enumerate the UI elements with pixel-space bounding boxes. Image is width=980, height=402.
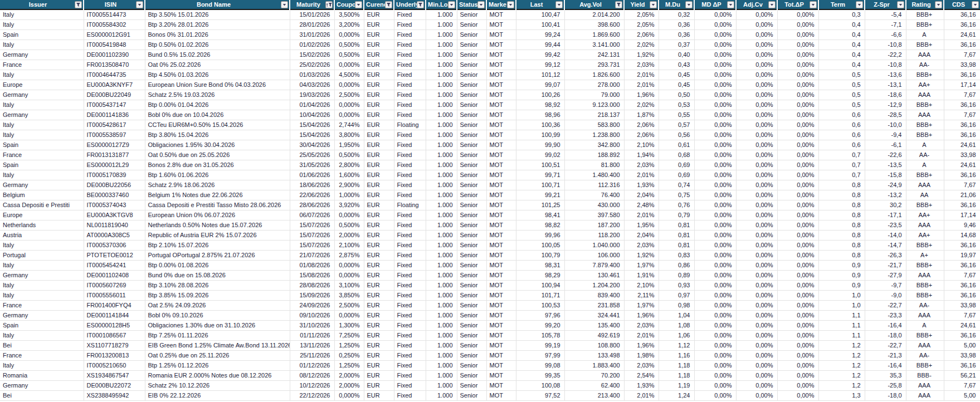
cell-m-dur[interactable]: 0,74	[659, 180, 694, 190]
cell-market[interactable]: MOT	[486, 271, 516, 281]
cell-underlying[interactable]: Fixed	[394, 331, 426, 341]
cell-min-lot[interactable]: 1.000	[426, 110, 457, 120]
cell-tot-dp[interactable]: 0,00%	[777, 170, 818, 180]
cell-z-spr[interactable]: -25,8	[865, 381, 906, 391]
cell-adj-cv[interactable]: 0,00%	[736, 231, 777, 241]
cell-avg-vol[interactable]: 231.858	[564, 301, 624, 311]
cell-currency[interactable]: EUR	[364, 371, 394, 381]
cell-bond-name[interactable]: Bobl 0% due on 10.04.2026	[145, 110, 290, 120]
cell-bond-name[interactable]: Bobl 0% 09.10.2026	[145, 311, 290, 321]
cell-m-dur[interactable]: 0,50	[659, 90, 694, 100]
cell-cds[interactable]: 24,61	[944, 140, 980, 150]
cell-currency[interactable]: EUR	[364, 120, 394, 130]
cell-maturity[interactable]: 25/11/2026	[290, 351, 334, 361]
cell-z-spr[interactable]: -23,5	[865, 220, 906, 231]
cell-tot-dp[interactable]: 0,00%	[777, 180, 818, 190]
cell-avg-vol[interactable]: 70.200	[564, 371, 624, 381]
cell-cds[interactable]: 33,98	[944, 351, 980, 361]
cell-issuer[interactable]: Bei	[0, 391, 84, 401]
cell-coupon[interactable]: 1,950%	[334, 140, 364, 150]
cell-tot-dp[interactable]: 0,00%	[777, 40, 818, 50]
cell-term[interactable]: 0,6	[818, 120, 865, 130]
cell-isin[interactable]: XS1934867547	[84, 371, 145, 381]
cell-status[interactable]: Senior	[457, 331, 486, 341]
sort-filter-icon[interactable]	[325, 1, 333, 8]
cell-term[interactable]: 0,9	[818, 271, 865, 281]
cell-last[interactable]: 101,12	[516, 70, 564, 80]
cell-isin[interactable]: ES0000012L29	[84, 160, 145, 170]
cell-market[interactable]: MOT	[486, 341, 516, 351]
cell-isin[interactable]: DE0001141844	[84, 311, 145, 321]
cell-currency[interactable]: EUR	[364, 50, 394, 60]
cell-coupon[interactable]: 1,000%	[334, 190, 364, 200]
cell-issuer[interactable]: Germany	[0, 50, 84, 60]
cell-md-dp[interactable]: 0,00%	[694, 371, 736, 381]
cell-term[interactable]: 0,8	[818, 251, 865, 261]
cell-adj-cv[interactable]: 0,00%	[736, 170, 777, 180]
cell-yield[interactable]: 2,03%	[624, 321, 659, 331]
cell-maturity[interactable]: 21/07/2026	[290, 251, 334, 261]
cell-term[interactable]: 0,8	[818, 241, 865, 251]
cell-yield[interactable]: 1,96%	[624, 311, 659, 321]
cell-tot-dp[interactable]: 0,00%	[777, 261, 818, 271]
cell-cds[interactable]: 24,61	[944, 30, 980, 40]
cell-maturity[interactable]: 22/06/2026	[290, 190, 334, 200]
cell-min-lot[interactable]: 1.000	[426, 220, 457, 231]
cell-isin[interactable]: IT0005374043	[84, 200, 145, 210]
cell-m-dur[interactable]: 0,69	[659, 160, 694, 170]
cell-bond-name[interactable]: EIB Green Bond 1.25% Climate Aw.Bond 13.…	[145, 341, 290, 351]
cell-term[interactable]: 0,4	[818, 40, 865, 50]
cell-avg-vol[interactable]: 106.000	[564, 251, 624, 261]
cell-adj-cv[interactable]: 0,00%	[736, 311, 777, 321]
cell-yield[interactable]: 2,48%	[624, 200, 659, 210]
cell-rating[interactable]: BBB+	[906, 100, 944, 110]
cell-market[interactable]: MOT	[486, 281, 516, 291]
cell-yield[interactable]: 2,02%	[624, 100, 659, 110]
cell-last[interactable]: 99,08	[516, 361, 564, 371]
cell-adj-cv[interactable]: 0,00%	[736, 130, 777, 140]
cell-min-lot[interactable]: 1.000	[426, 321, 457, 331]
cell-last[interactable]: 98,31	[516, 261, 564, 271]
cell-status[interactable]: Senior	[457, 180, 486, 190]
cell-bond-name[interactable]: Oat 0% 25.02.2026	[145, 60, 290, 70]
cell-min-lot[interactable]: 1.000	[426, 190, 457, 200]
cell-last[interactable]: 100,47	[516, 9, 564, 20]
cell-z-spr[interactable]: -21,7	[865, 261, 906, 271]
cell-tot-dp[interactable]: 0,00%	[777, 140, 818, 150]
cell-issuer[interactable]: Germany	[0, 90, 84, 100]
cell-coupon[interactable]: 1,250%	[334, 341, 364, 351]
cell-min-lot[interactable]: 1.000	[426, 251, 457, 261]
cell-min-lot[interactable]: 1.000	[426, 301, 457, 311]
cell-cds[interactable]: 24,61	[944, 321, 980, 331]
cell-maturity[interactable]: 10/12/2026	[290, 381, 334, 391]
filter-icon[interactable]	[615, 1, 622, 8]
cell-maturity[interactable]: 01/11/2026	[290, 331, 334, 341]
cell-z-spr[interactable]: -10,0	[865, 120, 906, 130]
cell-tot-dp[interactable]: 0,00%	[777, 331, 818, 341]
cell-bond-name[interactable]: Bund 0.5% 15.02.2026	[145, 50, 290, 60]
cell-bond-name[interactable]: Schatz 2.5% 19.03.2026	[145, 90, 290, 100]
cell-underlying[interactable]: Fixed	[394, 241, 426, 251]
cell-coupon[interactable]: 2,500%	[334, 301, 364, 311]
cell-adj-cv[interactable]: 0,00%	[736, 271, 777, 281]
cell-md-dp[interactable]: 0,00%	[694, 180, 736, 190]
cell-yield[interactable]: 1,87%	[624, 110, 659, 120]
cell-tot-dp[interactable]: 0,00%	[777, 381, 818, 391]
dropdown-icon[interactable]	[727, 1, 734, 8]
cell-coupon[interactable]: 0,500%	[334, 150, 364, 160]
cell-status[interactable]: Senior	[457, 231, 486, 241]
cell-maturity[interactable]: 31/01/2026	[290, 30, 334, 40]
cell-min-lot[interactable]: 1.000	[426, 341, 457, 351]
cell-last[interactable]: 99,12	[516, 60, 564, 70]
cell-adj-cv[interactable]: 0,00%	[736, 180, 777, 190]
cell-status[interactable]: Senior	[457, 50, 486, 60]
cell-bond-name[interactable]: Republic of Austria EUR 2% 15.07.2026	[145, 231, 290, 241]
cell-m-dur[interactable]: 0,55	[659, 110, 694, 120]
cell-adj-cv[interactable]: 0,00%	[736, 321, 777, 331]
cell-m-dur[interactable]: 1,24	[659, 391, 694, 401]
cell-term[interactable]: 0,4	[818, 20, 865, 30]
cell-z-spr[interactable]: -9,7	[865, 281, 906, 291]
cell-md-dp[interactable]: 0,00%	[694, 9, 736, 20]
cell-status[interactable]: Senior	[457, 150, 486, 160]
cell-avg-vol[interactable]: 76.400	[564, 190, 624, 200]
